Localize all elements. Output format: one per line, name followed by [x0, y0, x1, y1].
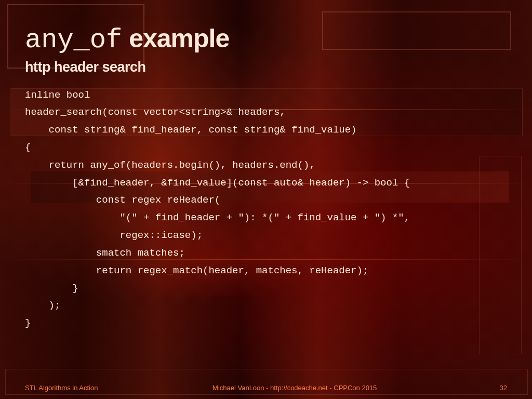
- title-remainder: example: [122, 24, 229, 53]
- slide-content: any_of example http header search inline…: [25, 25, 511, 332]
- slide-title: any_of example: [25, 25, 511, 55]
- slide-footer: STL Algorithms in Action Michael VanLoon…: [0, 384, 532, 392]
- slide-subtitle: http header search: [25, 59, 511, 75]
- title-code-word: any_of: [25, 25, 122, 56]
- footer-left: STL Algorithms in Action: [25, 384, 98, 392]
- code-block: inline bool header_search(const vector<s…: [25, 87, 511, 332]
- slide: any_of example http header search inline…: [0, 0, 532, 399]
- footer-center: Michael VanLoon - http://codeache.net - …: [98, 384, 491, 392]
- footer-page: 32: [491, 384, 507, 392]
